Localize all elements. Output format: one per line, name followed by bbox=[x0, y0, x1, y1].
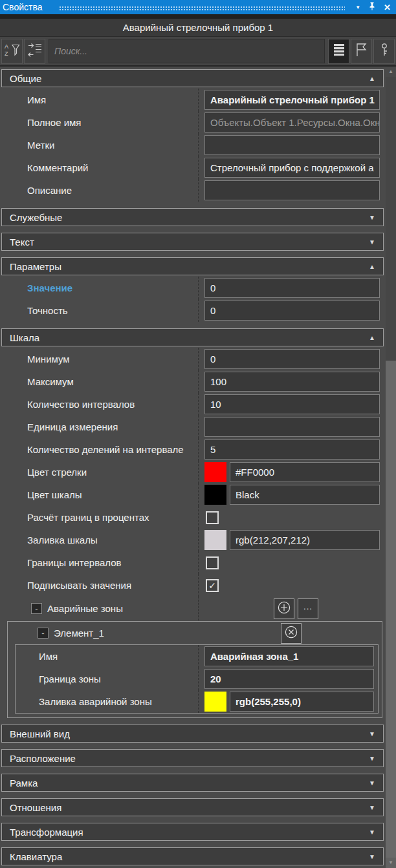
section-body-general: Имя Аварийный стрелочный прибор 1 Полное… bbox=[1, 89, 384, 202]
property-label: Аварийные зоны bbox=[47, 603, 123, 614]
scale-color-input[interactable]: Black bbox=[230, 485, 380, 505]
az-filter-icon: A Z bbox=[5, 42, 20, 60]
section-header-position[interactable]: Расположение ▼ bbox=[1, 749, 384, 767]
collapse-up-icon[interactable]: ▲ bbox=[369, 263, 375, 270]
property-label: Точность bbox=[1, 299, 198, 322]
property-row-arrow-color: Цвет стрелки #FF0000 bbox=[1, 461, 384, 483]
collapse-minus-icon[interactable]: - bbox=[31, 603, 42, 614]
value-input[interactable]: 0 bbox=[204, 278, 380, 298]
interval-bounds-checkbox[interactable] bbox=[206, 556, 219, 569]
collapse-up-icon[interactable]: ▲ bbox=[369, 334, 375, 341]
search-input[interactable] bbox=[49, 39, 325, 63]
section-header-service[interactable]: Служебные ▼ bbox=[1, 208, 384, 226]
section-title: Служебные bbox=[10, 212, 62, 223]
unit-input[interactable] bbox=[204, 417, 380, 437]
sort-alphabetical-button[interactable]: A Z bbox=[1, 39, 23, 64]
description-input[interactable] bbox=[204, 180, 380, 200]
delete-element-button[interactable] bbox=[281, 623, 302, 644]
section-header-relations[interactable]: Отношения ▼ bbox=[1, 798, 384, 816]
panel-titlebar[interactable]: Свойства ▼ ✕ bbox=[0, 0, 396, 14]
scale-fill-swatch[interactable] bbox=[204, 530, 226, 550]
zone-name-input[interactable]: Аварийная зона_1 bbox=[204, 646, 374, 666]
tags-input[interactable] bbox=[204, 135, 380, 155]
scale-fill-input[interactable]: rgb(212,207,212) bbox=[230, 530, 380, 550]
section-title: Рамка bbox=[10, 778, 38, 789]
property-label-value: Значение bbox=[1, 277, 198, 299]
scrollbar[interactable]: ▲ ▼ bbox=[386, 67, 396, 868]
divisions-input[interactable]: 5 bbox=[204, 439, 380, 460]
section-header-frame[interactable]: Рамка ▼ bbox=[1, 774, 384, 792]
section-body-parameters: Значение 0 Точность 0 bbox=[1, 277, 384, 322]
section-header-keyboard[interactable]: Клавиатура ▼ bbox=[1, 847, 384, 865]
property-label: Расчёт границ в процентах bbox=[1, 506, 198, 529]
property-row-zone-fill: Заливка аварийной зоны rgb(255,255,0) bbox=[16, 690, 378, 713]
property-label: Границы интервалов bbox=[1, 551, 198, 574]
section-header-text[interactable]: Текст ▼ bbox=[1, 233, 384, 251]
arrow-color-swatch[interactable] bbox=[204, 462, 226, 482]
selected-object-header: Аварийный стрелочный прибор 1 bbox=[0, 19, 396, 37]
zone-boundary-input[interactable]: 20 bbox=[204, 669, 374, 689]
svg-text:A: A bbox=[5, 43, 8, 50]
zone-fill-swatch[interactable] bbox=[204, 692, 226, 712]
collapse-down-icon[interactable]: ▼ bbox=[369, 238, 375, 246]
key-properties-button[interactable] bbox=[373, 39, 395, 64]
property-row-sign-values: Подписывать значения ✓ bbox=[1, 574, 384, 597]
close-icon[interactable]: ✕ bbox=[384, 3, 391, 12]
x-circle-icon bbox=[284, 625, 298, 642]
element-title: Элемент_1 bbox=[54, 628, 104, 639]
list-view-icon bbox=[332, 43, 346, 59]
comment-input[interactable]: Стрелочный прибор с поддержкой а bbox=[204, 158, 380, 178]
group-properties-button[interactable] bbox=[24, 39, 45, 64]
zone-fill-input[interactable]: rgb(255,255,0) bbox=[230, 692, 374, 712]
selected-object-name: Аварийный стрелочный прибор 1 bbox=[123, 22, 273, 33]
percent-bounds-checkbox[interactable] bbox=[206, 511, 219, 524]
collapse-down-icon[interactable]: ▼ bbox=[369, 829, 375, 836]
check-icon: ✓ bbox=[208, 581, 216, 590]
drag-grip[interactable] bbox=[59, 6, 345, 10]
property-row-description: Описание bbox=[1, 179, 384, 202]
property-row-comment: Комментарий Стрелочный прибор с поддержк… bbox=[1, 156, 384, 179]
property-row-full-name: Полное имя Объекты.Объект 1.Ресурсы.Окна… bbox=[1, 111, 384, 134]
section-header-parameters[interactable]: Параметры ▲ bbox=[1, 257, 384, 275]
sign-values-checkbox[interactable]: ✓ bbox=[206, 579, 219, 592]
collapse-minus-icon[interactable]: - bbox=[38, 628, 49, 639]
flagged-properties-button[interactable] bbox=[351, 39, 372, 64]
list-view-button[interactable] bbox=[328, 39, 349, 64]
section-header-general[interactable]: Общие ▲ bbox=[1, 69, 384, 87]
property-label: Имя bbox=[1, 89, 198, 111]
section-title: Расположение bbox=[10, 753, 76, 764]
window-menu-dropdown-icon[interactable]: ▼ bbox=[355, 5, 360, 10]
scrollbar-thumb[interactable] bbox=[386, 77, 396, 361]
collapse-down-icon[interactable]: ▼ bbox=[369, 755, 375, 762]
property-label: Минимум bbox=[1, 348, 198, 370]
scale-color-swatch[interactable] bbox=[204, 485, 226, 505]
section-body-scale: Минимум 0 Максимум 100 Количество интерв… bbox=[1, 348, 384, 718]
properties-toolbar: A Z bbox=[0, 37, 396, 67]
property-label: Заливка шкалы bbox=[1, 529, 198, 551]
precision-input[interactable]: 0 bbox=[204, 301, 380, 321]
minimum-input[interactable]: 0 bbox=[204, 349, 380, 369]
name-input[interactable]: Аварийный стрелочный прибор 1 bbox=[204, 90, 380, 110]
section-header-appearance[interactable]: Внешний вид ▼ bbox=[1, 725, 384, 743]
collapse-down-icon[interactable]: ▼ bbox=[369, 804, 375, 811]
property-row-alarm-zones: - Аварийные зоны bbox=[1, 597, 384, 620]
maximum-input[interactable]: 100 bbox=[204, 372, 380, 392]
scroll-down-button[interactable]: ▼ bbox=[386, 858, 396, 868]
collapse-down-icon[interactable]: ▼ bbox=[369, 730, 375, 737]
property-label: Количество делений на интервале bbox=[1, 438, 198, 461]
arrow-color-input[interactable]: #FF0000 bbox=[230, 462, 380, 482]
section-title: Трансформация bbox=[10, 827, 83, 838]
property-row-zone-name: Имя Аварийная зона_1 bbox=[16, 645, 378, 668]
scroll-up-button[interactable]: ▲ bbox=[386, 67, 396, 77]
section-header-scale[interactable]: Шкала ▲ bbox=[1, 328, 384, 346]
collapse-down-icon[interactable]: ▼ bbox=[369, 214, 375, 221]
collapse-down-icon[interactable]: ▼ bbox=[369, 779, 375, 787]
intervals-input[interactable]: 10 bbox=[204, 394, 380, 414]
alarm-zones-more-button[interactable]: ... bbox=[298, 598, 318, 619]
property-row-intervals: Количество интервалов 10 bbox=[1, 393, 384, 416]
pin-icon[interactable] bbox=[368, 1, 376, 13]
collapse-up-icon[interactable]: ▲ bbox=[369, 75, 375, 82]
collapse-down-icon[interactable]: ▼ bbox=[369, 853, 375, 860]
section-header-transformation[interactable]: Трансформация ▼ bbox=[1, 823, 384, 841]
add-alarm-zone-button[interactable] bbox=[274, 598, 294, 619]
